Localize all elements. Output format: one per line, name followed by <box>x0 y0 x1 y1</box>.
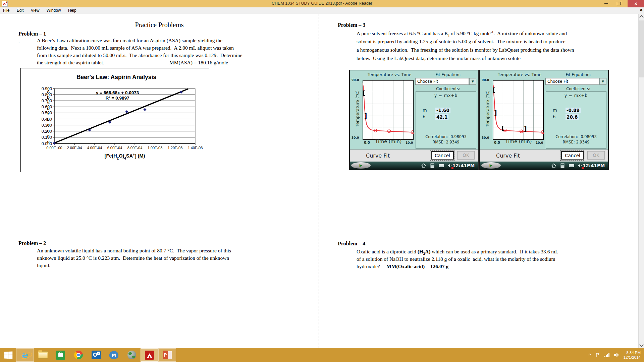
correlation-text: Correlation: -0.98093 <box>416 134 476 139</box>
problem2-text: liquid. <box>37 262 50 268</box>
start-button[interactable] <box>0 348 16 362</box>
taskbar-file-explorer[interactable] <box>34 348 52 362</box>
taskbar-clock[interactable]: 8:34 PM 12/1/2014 <box>624 350 641 360</box>
svg-text:[: [ <box>493 86 495 94</box>
svg-text:o: o <box>47 106 50 111</box>
b-value: 42.1 <box>435 114 448 120</box>
action-center-flag-icon[interactable] <box>595 353 600 357</box>
home-icon <box>551 163 556 168</box>
b-label: b <box>423 114 425 119</box>
problem4-text: of a solution of NaOH to neutralize 2.11… <box>357 256 555 262</box>
svg-text:r: r <box>47 111 49 116</box>
taskbar-internet-explorer[interactable]: e <box>16 348 34 362</box>
problem1-text: from this sample and diluted to 50.00 mL… <box>37 52 242 58</box>
labquest-status-bar: ▶ 12:41PM <box>350 162 478 170</box>
home-icon <box>421 163 426 168</box>
pdf-page: Practice Problems Problem – 1 . A Beer’s… <box>0 14 644 348</box>
menu-window[interactable]: Window <box>44 7 64 14</box>
svg-text:0.300: 0.300 <box>42 123 52 128</box>
globe-icon <box>127 351 136 359</box>
calculator-icon <box>560 163 565 168</box>
svg-text:[: [ <box>501 125 504 132</box>
taskbar-adobe-reader[interactable] <box>141 348 158 362</box>
problem3-text: solvent is prepared by adding 1.25 g of … <box>357 39 566 45</box>
coefficients-box: y = mx+b m-0.89 b20.8 Correlation: -0.98… <box>546 91 606 149</box>
title-bar: CHEM 1034 STUDY GUIDE 2013.pdf - Adobe R… <box>0 0 644 8</box>
beers-law-chart: Beer's Law: Aspirin Analysis0.0000.1000.… <box>20 68 209 172</box>
svg-text:1.00E-03: 1.00E-03 <box>148 146 163 150</box>
hidden-icons-chevron-icon[interactable] <box>588 353 592 357</box>
svg-text:1.20E-03: 1.20E-03 <box>168 146 183 150</box>
minimize-icon <box>604 3 608 4</box>
vertical-scrollbar[interactable] <box>638 14 644 348</box>
svg-text:1.40E-03: 1.40E-03 <box>188 146 203 150</box>
internet-explorer-icon: e <box>22 351 28 359</box>
coefficients-label: Coefficients: <box>426 86 470 91</box>
fit-equation-text: y = mx+b <box>546 93 606 98</box>
play-icon: ▶ <box>481 162 501 169</box>
x-min-tick: 0.0 <box>494 141 500 144</box>
scrollbar-thumb[interactable] <box>639 20 644 77</box>
coefficients-box: y = mx+b m-1.60 b42.1 Correlation: -0.98… <box>416 91 476 149</box>
svg-text:0.500: 0.500 <box>42 111 52 115</box>
problem4-text: Oxalic acid is a diprotic acid (H2A) whi… <box>357 249 558 255</box>
taskbar-messaging-app[interactable]: M <box>105 348 123 362</box>
cancel-button: Cancel <box>561 151 584 160</box>
keyboard-icon <box>569 163 575 168</box>
taskbar: e O✓ M P 8:34 PM 12/1/2014 <box>0 348 644 362</box>
dropdown-arrow-icon: ▼ <box>599 78 606 85</box>
minimize-button[interactable] <box>600 0 612 7</box>
network-signal-icon[interactable] <box>604 353 609 357</box>
fit-equation-text: y = mx+b <box>416 93 476 98</box>
window-title: CHEM 1034 STUDY GUIDE 2013.pdf - Adobe R… <box>0 1 644 6</box>
m-value: -0.89 <box>566 108 581 113</box>
rmse-text: RMSE: 2.9349 <box>416 140 476 144</box>
taskbar-windows-store[interactable] <box>52 348 69 362</box>
taskbar-powerpoint[interactable]: P <box>158 348 176 362</box>
powerpoint-icon: P <box>163 351 172 359</box>
problem1-molar-mass: MM(ASA) = 180.16 g/mole <box>169 60 228 66</box>
problem4-heading: Problem – 4 <box>338 241 365 247</box>
restore-button[interactable] <box>612 0 625 7</box>
labquest-screenshot-1: Temperature vs. Time Fit Equation: Choos… <box>349 70 479 170</box>
taskbar-chrome[interactable] <box>69 348 87 362</box>
menu-edit[interactable]: Edit <box>14 7 27 14</box>
svg-text:y = 666.68x + 0.0073: y = 666.68x + 0.0073 <box>96 90 139 95</box>
restore-icon <box>617 2 621 5</box>
taskbar-outlook[interactable]: O✓ <box>87 348 105 362</box>
close-button[interactable]: × <box>628 0 644 7</box>
menu-view[interactable]: View <box>28 7 43 14</box>
svg-text:[Fe(H2O)4SA+] (M): [Fe(H2O)4SA+] (M) <box>105 153 145 160</box>
y-max-tick: 90.0 <box>352 78 359 82</box>
rmse-text: RMSE: 2.9349 <box>546 140 606 144</box>
taskbar-globe-app[interactable] <box>123 348 141 362</box>
svg-text:0.100: 0.100 <box>42 135 52 140</box>
labquest-button-bar: Curve Fit Cancel OK <box>480 149 608 162</box>
calculator-icon <box>430 163 435 168</box>
m-label: m <box>423 108 427 113</box>
menu-help[interactable]: Help <box>65 7 79 14</box>
svg-text:b: b <box>47 117 50 122</box>
problem3-heading: Problem – 3 <box>338 22 365 28</box>
svg-text:A: A <box>47 89 50 94</box>
menu-file[interactable]: File <box>0 7 12 14</box>
problem3-text: A pure solvent freezes at 6.5 °C and has… <box>357 30 567 37</box>
choose-fit-dropdown: Choose Fit <box>415 78 469 85</box>
scroll-up-arrow[interactable] <box>639 14 644 19</box>
ok-button: OK <box>587 151 605 160</box>
y-axis-label: Temperature (°C) <box>355 82 360 135</box>
svg-text:n: n <box>47 128 50 133</box>
scroll-down-arrow[interactable] <box>639 342 644 348</box>
tray-date: 12/1/2014 <box>624 355 641 360</box>
svg-text:c: c <box>47 133 49 138</box>
speaker-icon <box>577 163 583 168</box>
labquest-button-bar: Curve Fit Cancel OK <box>350 149 478 162</box>
volume-speaker-icon[interactable] <box>614 352 619 358</box>
svg-text:6.00E-04: 6.00E-04 <box>107 146 122 150</box>
x-max-tick: 10.0 <box>406 141 413 144</box>
keyboard-icon <box>438 163 444 168</box>
fit-equation-label: Fit Equation: <box>426 72 470 77</box>
problem2-text: An unknown volatile liquid has a normal … <box>37 248 231 254</box>
choose-fit-dropdown: Choose Fit <box>545 78 599 85</box>
m-label: m <box>553 108 557 113</box>
